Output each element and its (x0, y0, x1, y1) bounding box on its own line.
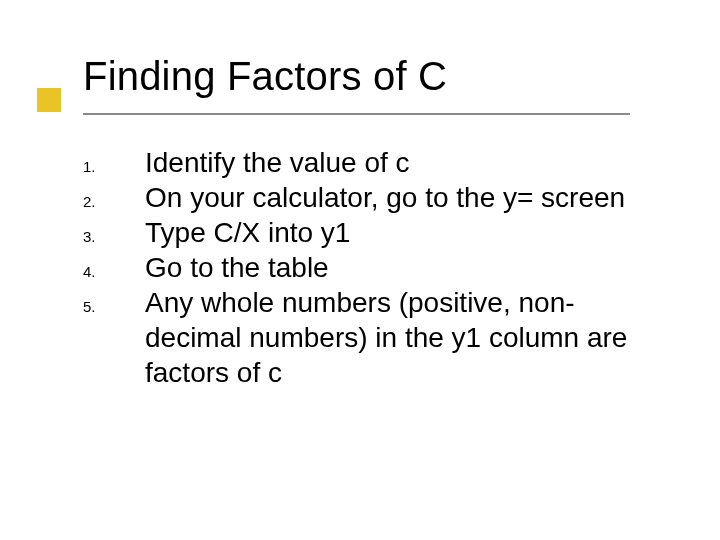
step-number: 3. (83, 216, 145, 245)
step-number: 1. (83, 146, 145, 175)
step-text: Identify the value of c (145, 145, 410, 180)
step-number: 2. (83, 181, 145, 210)
step-text: On your calculator, go to the y= screen (145, 180, 625, 215)
list-item: 2. On your calculator, go to the y= scre… (83, 180, 664, 215)
list-item: 3. Type C/X into y1 (83, 215, 664, 250)
title-underline (83, 113, 630, 115)
step-number: 4. (83, 251, 145, 280)
list-item: 4. Go to the table (83, 250, 664, 285)
steps-list: 1. Identify the value of c 2. On your ca… (83, 145, 664, 390)
list-item: 5. Any whole numbers (positive, non-deci… (83, 285, 664, 390)
accent-square-icon (37, 88, 61, 112)
step-number: 5. (83, 286, 145, 315)
step-text: Go to the table (145, 250, 329, 285)
list-item: 1. Identify the value of c (83, 145, 664, 180)
step-text: Type C/X into y1 (145, 215, 350, 250)
body: 1. Identify the value of c 2. On your ca… (83, 145, 664, 390)
title-block: Finding Factors of C (83, 54, 680, 104)
step-text: Any whole numbers (positive, non-decimal… (145, 285, 664, 390)
slide: Finding Factors of C 1. Identify the val… (0, 0, 720, 540)
slide-title: Finding Factors of C (83, 54, 680, 98)
